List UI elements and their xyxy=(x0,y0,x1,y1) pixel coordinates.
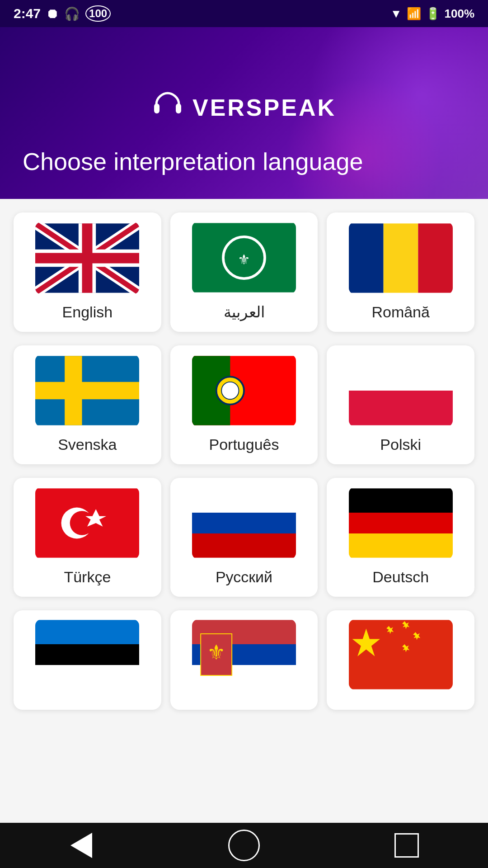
headphones-icon: 🎧 xyxy=(64,6,80,21)
svg-text:⚜: ⚜ xyxy=(238,252,250,267)
svg-point-15 xyxy=(221,382,239,399)
flag-estonian xyxy=(35,619,139,690)
svg-rect-7 xyxy=(383,223,418,292)
svg-rect-23 xyxy=(192,513,296,533)
language-row-4: ⚜ xyxy=(14,610,474,710)
counter-icon: 100 xyxy=(85,5,111,22)
language-card-estonian[interactable] xyxy=(14,610,161,710)
language-row-1: English ⚜ العربية Română xyxy=(14,212,474,332)
status-right: ▼ 📶 🔋 100% xyxy=(390,7,474,21)
language-card-serbian[interactable]: ⚜ xyxy=(170,610,318,710)
status-bar: 2:47 ⏺ 🎧 100 ▼ 📶 🔋 100% xyxy=(0,0,488,27)
svg-rect-28 xyxy=(35,620,139,644)
status-time: 2:47 xyxy=(14,6,41,21)
language-card-turkish[interactable]: Türkçe xyxy=(14,478,161,597)
svg-text:⚜: ⚜ xyxy=(207,641,225,665)
svg-rect-26 xyxy=(349,513,453,533)
language-name-swedish: Svenska xyxy=(58,436,117,453)
flag-english xyxy=(35,222,139,294)
flag-russian xyxy=(192,487,296,559)
wifi-icon: ▼ xyxy=(390,7,402,21)
svg-rect-16 xyxy=(349,356,453,391)
language-card-swedish[interactable]: Svenska xyxy=(14,345,161,464)
signal-icon: 📶 xyxy=(407,7,421,21)
language-card-arabic[interactable]: ⚜ العربية xyxy=(170,212,318,332)
language-grid: English ⚜ العربية Română xyxy=(0,199,488,868)
language-name-russian: Русский xyxy=(216,568,272,586)
svg-rect-36 xyxy=(349,620,453,689)
language-card-german[interactable]: Deutsch xyxy=(327,478,474,597)
flag-portuguese xyxy=(192,354,296,427)
svg-rect-10 xyxy=(35,382,139,399)
logo-icon xyxy=(152,91,183,124)
svg-rect-27 xyxy=(349,533,453,558)
svg-rect-24 xyxy=(192,533,296,558)
pocket-casts-icon: ⏺ xyxy=(46,6,59,21)
language-name-german: Deutsch xyxy=(372,568,429,586)
header-title: Choose interpretation language xyxy=(23,147,363,176)
language-card-portuguese[interactable]: Português xyxy=(170,345,318,464)
status-left: 2:47 ⏺ 🎧 100 xyxy=(14,5,111,22)
battery-icon: 🔋 xyxy=(426,7,440,21)
svg-rect-25 xyxy=(349,488,453,513)
language-card-russian[interactable]: Русский xyxy=(170,478,318,597)
battery-percent: 100% xyxy=(445,7,475,21)
language-name-arabic: العربية xyxy=(224,303,265,321)
language-row-3: Türkçe Русский Deutsch xyxy=(14,478,474,597)
svg-rect-0 xyxy=(154,104,160,113)
flag-chinese xyxy=(349,619,453,690)
svg-rect-1 xyxy=(176,104,181,113)
flag-serbian: ⚜ xyxy=(192,619,296,690)
flag-romanian xyxy=(349,222,453,294)
flag-arabic: ⚜ xyxy=(192,222,296,294)
language-card-chinese[interactable] xyxy=(327,610,474,710)
flag-polish xyxy=(349,354,453,427)
language-name-turkish: Türkçe xyxy=(64,568,111,586)
language-card-romanian[interactable]: Română xyxy=(327,212,474,332)
svg-rect-8 xyxy=(418,223,453,292)
logo-row: VERSPEAK xyxy=(152,91,336,124)
header-banner: VERSPEAK Choose interpretation language xyxy=(0,27,488,199)
language-name-english: English xyxy=(62,303,113,321)
svg-rect-17 xyxy=(349,391,453,425)
language-row-2: Svenska Português Polski xyxy=(14,345,474,464)
bottom-nav xyxy=(0,823,488,868)
back-button[interactable] xyxy=(66,830,97,861)
svg-rect-11 xyxy=(65,356,82,425)
language-name-romanian: Română xyxy=(371,303,430,321)
svg-rect-6 xyxy=(349,223,384,292)
svg-rect-30 xyxy=(35,665,139,689)
home-button[interactable] xyxy=(228,830,260,861)
flag-swedish xyxy=(35,354,139,427)
svg-rect-29 xyxy=(35,644,139,665)
recents-button[interactable] xyxy=(391,830,422,861)
language-name-polish: Polski xyxy=(380,436,421,453)
language-name-portuguese: Português xyxy=(209,436,279,453)
svg-rect-22 xyxy=(192,488,296,513)
language-card-english[interactable]: English xyxy=(14,212,161,332)
logo-text: VERSPEAK xyxy=(192,94,336,121)
flag-german xyxy=(349,487,453,559)
flag-turkish xyxy=(35,487,139,559)
language-card-polish[interactable]: Polski xyxy=(327,345,474,464)
